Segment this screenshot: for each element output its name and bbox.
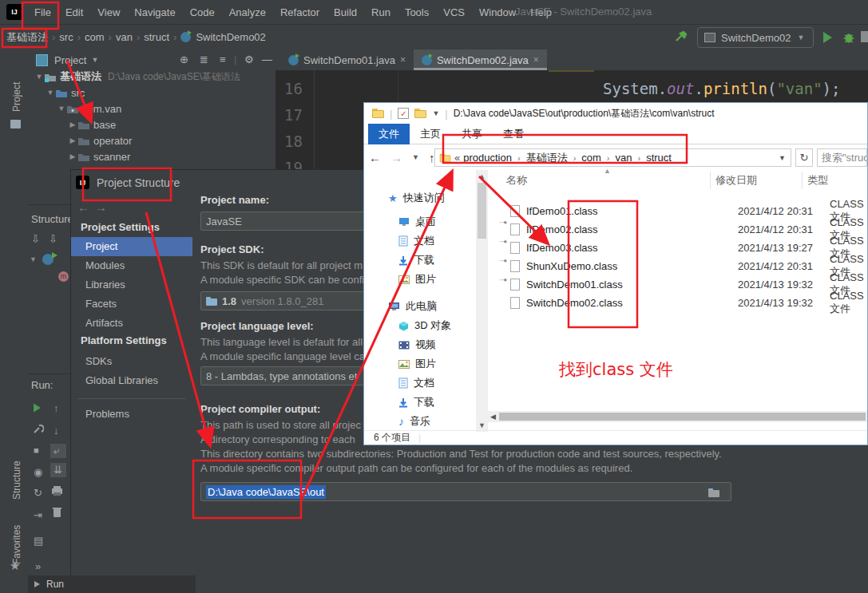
nav-item-global-libraries[interactable]: Global Libraries	[71, 371, 192, 390]
chevron-right-icon[interactable]: ▶	[68, 121, 77, 128]
address-segment[interactable]: production	[463, 152, 512, 164]
address-dropdown-icon[interactable]: ▼	[779, 154, 786, 162]
compiler-output-input[interactable]: D:\Java code\JavaSE\out	[200, 482, 731, 501]
menu-refactor[interactable]: Refactor	[273, 6, 327, 18]
breadcrumb-src[interactable]: src	[59, 31, 73, 43]
scroll-left-icon[interactable]: ◀	[490, 413, 496, 421]
quick-access-checkbox-icon[interactable]: ✓	[398, 108, 409, 119]
stop-icon[interactable]: ■	[34, 445, 39, 455]
breadcrumb-struct[interactable]: struct	[144, 31, 169, 43]
sidebar-item-documents[interactable]: 文档 📍︎	[398, 233, 434, 249]
file-row[interactable]: IfDemo02.class 2021/4/12 20:31 CLASS 文件	[510, 221, 867, 237]
column-header-name[interactable]: 名称	[506, 173, 527, 188]
scroll-down-icon[interactable]: ▼	[476, 421, 488, 429]
ribbon-tab-view[interactable]: 查看	[493, 124, 534, 144]
run-configuration-select[interactable]: SwitchDemo02 ▼	[697, 27, 814, 48]
scrollbar-thumb[interactable]	[499, 413, 866, 421]
address-segment[interactable]: struct	[646, 152, 672, 164]
debug-bug-icon[interactable]	[842, 31, 855, 44]
trash-icon[interactable]	[52, 506, 62, 518]
scrollbar-thumb[interactable]	[478, 183, 486, 239]
nav-item-artifacts[interactable]: Artifacts	[71, 314, 192, 333]
breadcrumb-current-file[interactable]: SwitchDemo02	[196, 31, 265, 43]
chevron-down-icon[interactable]: ▼	[34, 73, 44, 81]
sidebar-item-documents-2[interactable]: 文档	[398, 375, 434, 391]
hide-panel-icon[interactable]: —	[262, 53, 272, 65]
project-panel-title[interactable]: Project	[54, 54, 86, 66]
collapse-all-icon[interactable]: ≡	[220, 53, 226, 65]
chevron-down-icon[interactable]: ▼	[30, 255, 37, 263]
gear-icon[interactable]: ⚙	[244, 53, 254, 65]
breadcrumb-van[interactable]: van	[116, 31, 133, 43]
menu-run[interactable]: Run	[364, 6, 398, 18]
menu-tools[interactable]: Tools	[398, 6, 436, 18]
sidebar-item-quick-access[interactable]: ★ 快速访问	[388, 190, 445, 206]
stripe-tab-structure[interactable]: Structure	[11, 461, 22, 500]
sidebar-scrollbar[interactable]: ▲ ▼	[476, 170, 488, 432]
horizontal-scrollbar[interactable]: ◀	[488, 411, 867, 422]
nav-item-facets[interactable]: Facets	[71, 295, 192, 314]
recent-locations-icon[interactable]: ▼	[412, 153, 419, 161]
column-header-date[interactable]: 修改日期	[715, 173, 757, 188]
address-folder-icon[interactable]	[440, 153, 451, 162]
breadcrumb-module[interactable]: 基础语法	[6, 30, 48, 45]
menu-code[interactable]: Code	[183, 6, 222, 18]
close-icon[interactable]: ×	[400, 54, 406, 65]
run-tab-label[interactable]: Run	[46, 579, 64, 590]
scroll-up-icon[interactable]: ▲	[476, 170, 488, 180]
chevron-down-icon[interactable]: ▼	[432, 109, 439, 117]
sidebar-item-desktop[interactable]: 桌面 📍︎	[398, 214, 436, 230]
sort-by-visibility-icon[interactable]: ⇩	[31, 233, 40, 245]
forward-icon[interactable]: →	[390, 151, 402, 164]
menu-vcs[interactable]: VCS	[436, 6, 472, 18]
address-segment[interactable]: 基础语法	[526, 151, 568, 165]
ribbon-tab-file[interactable]: 文件	[368, 124, 410, 144]
column-header-type[interactable]: 类型	[807, 173, 828, 188]
search-input[interactable]: 搜索"struct"	[817, 148, 867, 167]
screenshot-icon[interactable]: ◉	[34, 466, 42, 478]
file-row[interactable]: SwitchDemo02.class 2021/4/13 19:32 CLASS…	[510, 295, 867, 310]
tree-item-operator[interactable]: ▶ operator	[28, 132, 275, 148]
down-stack-icon[interactable]: ↓	[54, 425, 59, 437]
sidebar-item-this-pc[interactable]: 此电脑	[388, 298, 437, 314]
locate-file-icon[interactable]: ⊕	[180, 53, 188, 65]
address-segment[interactable]: van	[616, 152, 632, 164]
nav-item-project[interactable]: Project	[71, 237, 192, 256]
chevron-right-icon[interactable]: ▶	[68, 152, 77, 160]
address-bar[interactable]: « production › 基础语法 › com › van › struct…	[434, 148, 791, 167]
editor-tab-switchdemo02[interactable]: SwitchDemo02.java ×	[414, 49, 547, 70]
ribbon-tab-share[interactable]: 共享	[451, 124, 493, 144]
chevron-right-icon[interactable]: ▶	[68, 136, 77, 144]
favorites-star-icon[interactable]: ★	[10, 559, 20, 573]
chevron-down-icon[interactable]: ▼	[57, 105, 66, 113]
file-row[interactable]: IfDemo03.class 2021/4/13 19:27 CLASS 文件	[510, 239, 867, 255]
rerun-button[interactable]	[34, 403, 41, 412]
nav-item-problems[interactable]: Problems	[71, 405, 192, 424]
menu-file[interactable]: File	[27, 6, 58, 18]
menu-analyze[interactable]: Analyze	[222, 6, 273, 18]
file-row[interactable]: ShunXuDemo.class 2021/4/12 20:31 CLASS 文…	[510, 258, 867, 274]
chevron-down-icon[interactable]: ▼	[91, 56, 98, 64]
sidebar-item-pictures[interactable]: 图片 📍︎	[398, 271, 436, 287]
file-row[interactable]: SwitchDemo01.class 2021/4/13 19:32 CLASS…	[510, 276, 867, 292]
file-row[interactable]: IfDemo01.class 2021/4/12 20:31 CLASS 文件	[510, 203, 867, 219]
menu-navigate[interactable]: Navigate	[127, 6, 182, 18]
tree-item-base[interactable]: ▶ base	[28, 117, 275, 132]
expand-all-icon[interactable]: ≣	[200, 53, 208, 65]
chevron-down-icon[interactable]: ▼	[46, 89, 55, 97]
menu-build[interactable]: Build	[327, 6, 364, 18]
menu-edit[interactable]: Edit	[58, 6, 90, 18]
address-prefix[interactable]: «	[454, 152, 460, 164]
back-icon[interactable]: ←	[369, 151, 381, 164]
up-stack-icon[interactable]: ↑	[54, 402, 59, 414]
sidebar-item-downloads-2[interactable]: 下载	[398, 394, 434, 410]
close-icon[interactable]: ×	[533, 54, 539, 65]
back-icon[interactable]: ←	[77, 200, 89, 214]
address-segment[interactable]: com	[581, 152, 601, 164]
forward-icon[interactable]: →	[95, 200, 107, 214]
run-button[interactable]	[823, 32, 832, 43]
ribbon-tab-home[interactable]: 主页	[410, 124, 451, 144]
nav-item-modules[interactable]: Modules	[71, 256, 192, 275]
stripe-tab-project[interactable]: Project	[11, 82, 22, 112]
editor-tab-switchdemo01[interactable]: SwitchDemo01.java ×	[280, 49, 414, 70]
